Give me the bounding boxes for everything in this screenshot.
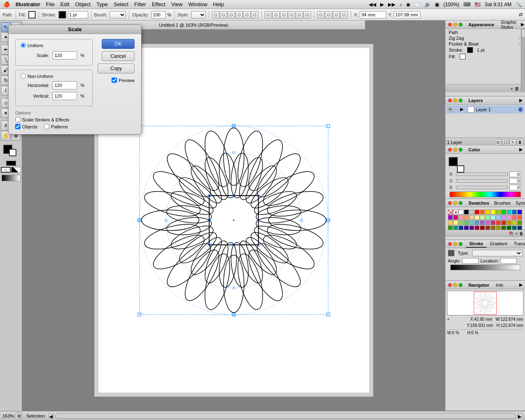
- minimize-dot[interactable]: [453, 23, 457, 27]
- dist-h-btn[interactable]: ⬡: [265, 11, 272, 18]
- swatch-color-46[interactable]: [480, 226, 485, 230]
- foreground-swatch[interactable]: [449, 157, 458, 166]
- transform-btn-4[interactable]: ⬡: [340, 11, 348, 18]
- g-value-input[interactable]: [509, 178, 521, 184]
- swatch-color-12[interactable]: [448, 215, 453, 220]
- swatch-color-32[interactable]: [480, 220, 485, 225]
- color-options-btn[interactable]: ▶: [519, 147, 523, 152]
- appearance-scrollbar[interactable]: [521, 29, 525, 92]
- dist-v-btn[interactable]: ⬡: [272, 11, 280, 18]
- swatches-new-btn[interactable]: +: [515, 231, 518, 236]
- stroke-close[interactable]: [448, 242, 452, 246]
- patterns-label[interactable]: Patterns: [44, 124, 68, 129]
- gradient-indicator[interactable]: [11, 167, 21, 173]
- swatch-registration[interactable]: ⊕: [453, 210, 458, 215]
- dist-bottom-btn[interactable]: ⬡: [288, 11, 295, 18]
- stroke-swatch-appearance[interactable]: [467, 47, 473, 53]
- swatch-color-18[interactable]: [480, 215, 485, 220]
- appearance-zigzag-row[interactable]: Zig Zag ⬡: [447, 35, 523, 41]
- swatch-color-33[interactable]: [485, 220, 490, 225]
- swatch-color-20[interactable]: [491, 215, 495, 220]
- status-prev-btn[interactable]: ◀: [49, 413, 54, 418]
- swatch-color-40[interactable]: [448, 226, 453, 230]
- media-play[interactable]: ▶: [380, 2, 384, 7]
- menu-select[interactable]: Select: [114, 1, 128, 7]
- swatch-color-39[interactable]: [517, 220, 522, 225]
- swatch-color-44[interactable]: [469, 226, 474, 230]
- layers-minimize-dot[interactable]: [453, 98, 457, 103]
- gradient-tab[interactable]: Gradient: [486, 240, 510, 248]
- apple-menu[interactable]: 🍎: [3, 1, 10, 7]
- stroke-swatch[interactable]: [59, 11, 66, 18]
- brush-select[interactable]: [110, 11, 126, 18]
- swatch-color-52[interactable]: [512, 226, 517, 230]
- swatch-color-24[interactable]: [512, 215, 517, 220]
- layers-delete-btn[interactable]: 🗑: [517, 139, 523, 146]
- fill-indicator[interactable]: □: [1, 167, 11, 173]
- y-coord-input[interactable]: [394, 11, 420, 18]
- uniform-radio-label[interactable]: Uniform: [21, 43, 87, 48]
- stroke-width-input[interactable]: [68, 11, 88, 18]
- info-tab[interactable]: Info: [493, 283, 506, 288]
- swatches-minimize[interactable]: [453, 201, 457, 205]
- nav-close[interactable]: [448, 283, 452, 287]
- swatch-color-14[interactable]: [459, 215, 463, 220]
- objects-label[interactable]: Objects: [15, 124, 37, 129]
- appearance-pucker-row[interactable]: Pucker & Bloat ⬡: [447, 41, 523, 47]
- stroke-type-select[interactable]: [472, 250, 523, 256]
- dist-top-btn[interactable]: ⬡: [280, 11, 288, 18]
- layers-tab[interactable]: Layers: [466, 98, 485, 103]
- menu-filter[interactable]: Filter: [134, 1, 146, 7]
- swatches-close[interactable]: [448, 201, 452, 205]
- b-value-input[interactable]: [509, 185, 521, 190]
- transform-btn-3[interactable]: ⬡: [333, 11, 340, 18]
- vertical-input[interactable]: [52, 92, 77, 100]
- appearance-del-btn[interactable]: 🗑: [515, 86, 519, 91]
- graphic-styles-tab[interactable]: Graphic Styles: [498, 20, 519, 30]
- swatch-color-31[interactable]: [475, 220, 479, 225]
- swatches-tab[interactable]: Swatches: [466, 201, 492, 205]
- x-coord-input[interactable]: [360, 11, 386, 18]
- swatch-color-25[interactable]: [517, 215, 522, 220]
- dist-right-btn[interactable]: ⬡: [304, 11, 311, 18]
- color-minimize-dot[interactable]: [453, 148, 457, 152]
- search-icon[interactable]: 🔍: [516, 2, 522, 7]
- copy-button[interactable]: Copy: [98, 64, 135, 73]
- symbols-tab[interactable]: Symbols: [513, 201, 525, 205]
- r-value-input[interactable]: [509, 171, 521, 177]
- uniform-radio[interactable]: [21, 43, 26, 48]
- swatch-color-2[interactable]: [469, 210, 474, 215]
- b-slider[interactable]: [456, 186, 508, 189]
- swatch-color-49[interactable]: [496, 226, 501, 230]
- menu-effect[interactable]: Effect: [152, 1, 165, 7]
- transparency-tab[interactable]: Transparency: [510, 240, 525, 248]
- swatch-color-47[interactable]: [485, 226, 490, 230]
- swatch-color-48[interactable]: [491, 226, 495, 230]
- swatch-color-8[interactable]: [501, 210, 506, 215]
- media-forward[interactable]: ▶▶: [388, 2, 395, 7]
- menu-view[interactable]: View: [171, 1, 183, 7]
- menu-file[interactable]: File: [46, 1, 55, 7]
- swatch-color-6[interactable]: [491, 210, 495, 215]
- brushes-tab[interactable]: Brushes: [492, 201, 513, 205]
- appearance-tab[interactable]: Appearance: [466, 22, 497, 27]
- non-uniform-radio[interactable]: [21, 73, 26, 79]
- menu-window[interactable]: Window: [188, 1, 207, 7]
- layers-make-mask-btn[interactable]: ⬡: [502, 139, 509, 146]
- swatch-color-3[interactable]: [475, 210, 479, 215]
- scale-value-input[interactable]: [52, 51, 77, 59]
- swatch-color-19[interactable]: [485, 215, 490, 220]
- swatch-color-41[interactable]: [453, 226, 458, 230]
- cancel-button[interactable]: Cancel: [102, 51, 135, 61]
- stroke-tab[interactable]: Stroke: [466, 240, 486, 248]
- align-left-btn[interactable]: ⬡: [212, 11, 219, 18]
- layers-options-btn[interactable]: ▶: [519, 98, 523, 103]
- swatch-color-30[interactable]: [469, 220, 474, 225]
- menu-help[interactable]: Help: [213, 1, 224, 7]
- swatch-color-9[interactable]: [507, 210, 511, 215]
- nav-minimize[interactable]: [453, 283, 457, 287]
- swatch-color-29[interactable]: [464, 220, 469, 225]
- swatch-color-15[interactable]: [464, 215, 469, 220]
- swatch-none[interactable]: [448, 210, 453, 215]
- close-dot[interactable]: [448, 23, 452, 27]
